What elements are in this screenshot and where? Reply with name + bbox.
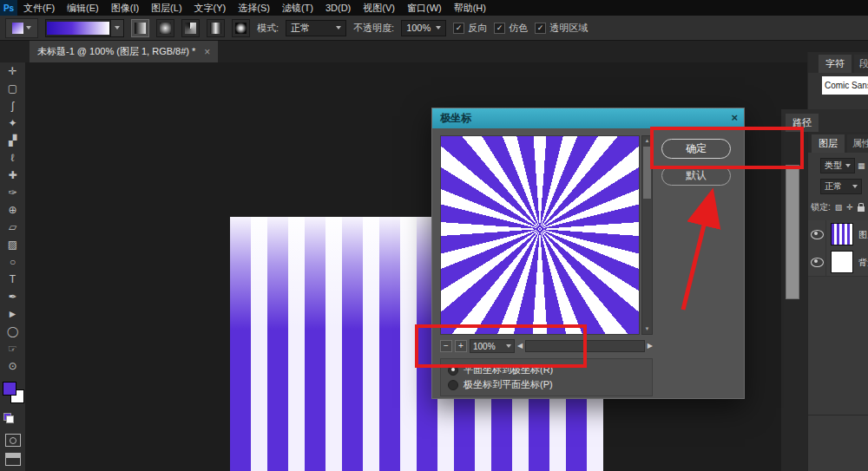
menu-window[interactable]: 窗口(W): [401, 0, 448, 16]
menu-filter[interactable]: 滤镜(T): [276, 0, 319, 16]
visibility-toggle[interactable]: [808, 248, 826, 276]
checkbox-checked-icon[interactable]: [453, 23, 464, 34]
dither-option[interactable]: 仿色: [494, 22, 528, 35]
lasso-tool[interactable]: ʃ: [0, 97, 25, 114]
layer-name[interactable]: 图层 1: [858, 229, 868, 241]
layer-row[interactable]: 图层 1: [808, 220, 868, 249]
clone-stamp-tool[interactable]: ⊕: [0, 201, 25, 219]
mode-dropdown[interactable]: 正常: [286, 20, 346, 36]
visibility-toggle[interactable]: [808, 220, 826, 248]
layer-row[interactable]: 背景: [808, 248, 868, 277]
shape-tool[interactable]: ◯: [0, 323, 25, 340]
reflected-gradient-icon: [210, 23, 221, 34]
checkbox-checked-icon[interactable]: [494, 23, 505, 34]
eraser-tool[interactable]: ▱: [0, 219, 25, 236]
gradient-picker[interactable]: [45, 19, 124, 37]
path-selection-tool[interactable]: ►: [0, 305, 25, 323]
lock-options-row: 锁定: ▨ ✛: [811, 201, 865, 213]
chevron-down-icon: [436, 26, 441, 29]
reverse-option[interactable]: 反向: [453, 22, 487, 35]
linear-gradient-button[interactable]: [131, 19, 149, 37]
layer-thumbnail[interactable]: [831, 251, 853, 273]
layers-panel: 类型 ▦ ◐ T 正常 锁定: ▨ ✛ 图层 1 背景: [808, 153, 868, 471]
diamond-gradient-icon: [235, 23, 247, 34]
move-tool[interactable]: ✛: [0, 62, 25, 80]
radio-icon[interactable]: [448, 380, 458, 390]
eye-icon: [811, 230, 824, 239]
opacity-dropdown[interactable]: 100%: [401, 20, 446, 36]
pixel-filter-icon[interactable]: ▦: [858, 160, 865, 172]
menu-help[interactable]: 帮助(H): [448, 0, 492, 16]
reverse-label: 反向: [468, 22, 487, 35]
menu-file[interactable]: 文件(F): [17, 0, 61, 16]
foreground-color-swatch[interactable]: [3, 382, 16, 396]
scroll-right-icon[interactable]: ▶: [648, 339, 653, 353]
magic-wand-tool[interactable]: ✦: [0, 114, 25, 132]
screen-mode-icon[interactable]: [5, 453, 21, 466]
annotation-highlight-zoom-controls: [415, 324, 587, 368]
tab-paragraph[interactable]: 段: [854, 55, 868, 73]
lock-position-icon[interactable]: ✛: [846, 201, 853, 213]
radial-gradient-button[interactable]: [156, 19, 174, 37]
close-icon[interactable]: ×: [731, 111, 738, 124]
gradient-dropdown-button[interactable]: [110, 20, 123, 36]
options-bar: 模式: 正常 不透明度: 100% 反向 仿色 透明区域: [0, 16, 868, 41]
layer-filter-icons: ▦ ◐ T: [858, 160, 868, 172]
polar-to-rect-option[interactable]: 极坐标到平面坐标(P): [448, 378, 645, 391]
quick-mask-icon[interactable]: [5, 434, 21, 447]
scroll-down-icon[interactable]: ▼: [642, 324, 652, 334]
menu-image[interactable]: 图像(I): [105, 0, 145, 16]
path-selection-icon: ►: [8, 309, 18, 319]
reflected-gradient-button[interactable]: [207, 19, 225, 37]
layer-filter-kind-dropdown[interactable]: 类型: [820, 158, 855, 173]
menu-edit[interactable]: 编辑(E): [61, 0, 105, 16]
menu-view[interactable]: 视图(V): [357, 0, 401, 16]
filter-preview[interactable]: [440, 135, 640, 335]
polar-to-rect-label: 极坐标到平面坐标(P): [464, 378, 553, 391]
transparency-option[interactable]: 透明区域: [535, 22, 588, 35]
gradient-tool[interactable]: ▨: [0, 236, 25, 253]
angle-gradient-button[interactable]: [181, 19, 200, 37]
menu-layer[interactable]: 图层(L): [145, 0, 187, 16]
transparency-label: 透明区域: [549, 22, 588, 35]
blur-tool[interactable]: ○: [0, 253, 25, 271]
layer-thumbnail[interactable]: [831, 223, 853, 245]
layer-name[interactable]: 背景: [858, 257, 868, 269]
checkbox-checked-icon[interactable]: [535, 23, 546, 34]
dock-splitter[interactable]: [786, 165, 799, 299]
dialog-title-bar[interactable]: 极坐标: [432, 108, 744, 128]
chevron-down-icon: [852, 185, 858, 188]
default-colors-icon[interactable]: [3, 413, 14, 423]
gradient-preview: [47, 22, 109, 35]
zoom-tool[interactable]: ⊙: [0, 357, 25, 375]
zoom-icon: ⊙: [8, 361, 16, 371]
menu-select[interactable]: 选择(S): [232, 0, 276, 16]
font-family-field[interactable]: Comic Sans: [822, 76, 868, 95]
tab-layers[interactable]: 图层: [812, 134, 845, 153]
blend-mode-dropdown[interactable]: 正常: [820, 179, 862, 194]
shape-icon: ◯: [7, 326, 18, 337]
menu-type[interactable]: 文字(Y): [188, 0, 233, 16]
menu-3d[interactable]: 3D(D): [319, 0, 357, 16]
hand-tool[interactable]: ☞: [0, 340, 25, 357]
type-tool[interactable]: T: [0, 271, 25, 288]
tab-character[interactable]: 字符: [819, 55, 852, 73]
crop-tool[interactable]: ▞: [0, 132, 25, 149]
menu-bar: Ps 文件(F) 编辑(E) 图像(I) 图层(L) 文字(Y) 选择(S) 滤…: [0, 0, 868, 16]
tab-properties[interactable]: 属性: [847, 134, 868, 153]
document-tab[interactable]: 未标题-1 @ 100% (图层 1, RGB/8#) * ×: [30, 41, 218, 62]
healing-brush-tool[interactable]: ✚: [0, 167, 25, 184]
magic-wand-icon: ✦: [8, 118, 16, 128]
dither-label: 仿色: [509, 22, 528, 35]
close-icon[interactable]: ×: [204, 46, 210, 58]
marquee-tool[interactable]: ▢: [0, 80, 25, 97]
lock-all-icon[interactable]: [858, 206, 865, 212]
eyedropper-tool[interactable]: ℓ: [0, 149, 25, 167]
tool-preset-picker[interactable]: [5, 18, 38, 38]
diamond-gradient-button[interactable]: [232, 19, 250, 37]
chevron-down-icon: [115, 26, 120, 29]
brush-tool[interactable]: ✑: [0, 184, 25, 201]
pen-tool[interactable]: ✒: [0, 288, 25, 305]
lock-transparency-icon[interactable]: ▨: [835, 201, 843, 213]
color-swatches[interactable]: [3, 382, 24, 403]
